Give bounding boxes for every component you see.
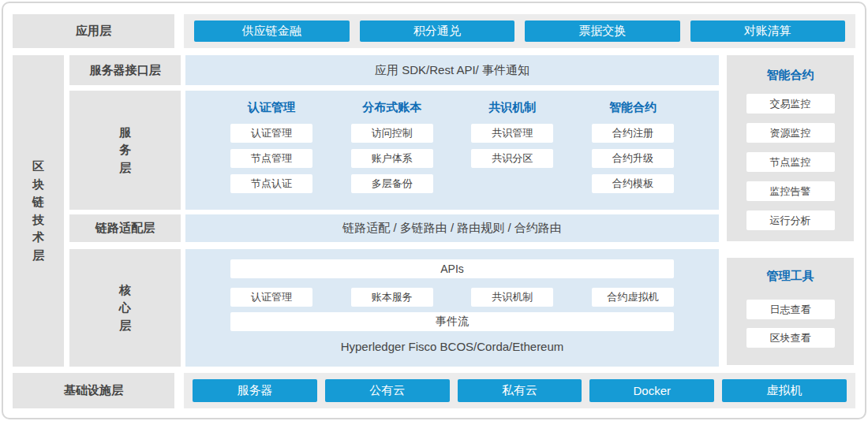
server-interface-panel: 应用 SDK/Rest API/ 事件通知 bbox=[185, 55, 719, 85]
right-side-column: 智能合约 交易监控 资源监控 节点监控 监控告警 运行分析 管理工具 日志查看 … bbox=[727, 55, 854, 367]
service-layer-label: 服务层 bbox=[69, 91, 181, 210]
service-node: 合约升级 bbox=[592, 149, 674, 168]
service-node: 共识管理 bbox=[471, 124, 553, 143]
service-node: 合约注册 bbox=[592, 124, 674, 143]
service-column-ledger: 访问控制 账户体系 多层备份 bbox=[351, 124, 433, 193]
service-column-headers: 认证管理 分布式账本 共识机制 智能合约 bbox=[230, 100, 674, 115]
app-button-reconciliation[interactable]: 对账清算 bbox=[690, 20, 846, 42]
core-layer-label: 核心层 bbox=[69, 249, 181, 367]
event-stream-bar: 事件流 bbox=[230, 312, 674, 331]
service-layer-text: 服务层 bbox=[119, 124, 131, 177]
app-button-supply-chain-finance[interactable]: 供应链金融 bbox=[194, 20, 350, 42]
management-tools-panel: 管理工具 日志查看 区块查看 bbox=[727, 258, 854, 365]
service-layer-panel: 认证管理 分布式账本 共识机制 智能合约 认证管理 节点管理 节点认证 访问控制… bbox=[185, 91, 719, 210]
service-node: 认证管理 bbox=[230, 124, 312, 143]
monitoring-panel: 智能合约 交易监控 资源监控 节点监控 监控告警 运行分析 bbox=[727, 55, 854, 241]
link-adapter-text: 链路适配 / 多链路由 / 路由规则 / 合约路由 bbox=[342, 221, 562, 236]
infrastructure-button-strip: 服务器 公有云 私有云 Docker 虚拟机 bbox=[184, 373, 855, 408]
core-module-contract-vm: 合约虚拟机 bbox=[592, 288, 674, 307]
application-layer-row: 应用层 供应链金融 积分通兑 票据交换 对账清算 bbox=[13, 14, 855, 48]
service-columns: 认证管理 节点管理 节点认证 访问控制 账户体系 多层备份 共识管理 共识分区 bbox=[230, 124, 674, 193]
core-module-ledger-service: 账本服务 bbox=[351, 288, 433, 307]
core-module-consensus: 共识机制 bbox=[471, 288, 553, 307]
service-node: 合约模板 bbox=[592, 174, 674, 193]
service-node: 多层备份 bbox=[351, 174, 433, 193]
monitor-node-peer: 节点监控 bbox=[746, 152, 835, 172]
app-button-bill-exchange[interactable]: 票据交换 bbox=[525, 20, 680, 42]
core-layer-text: 核心层 bbox=[119, 281, 131, 335]
core-module-auth: 认证管理 bbox=[230, 288, 312, 307]
server-interface-layer-label: 服务器接口层 bbox=[69, 55, 181, 85]
service-header-consensus: 共识机制 bbox=[471, 100, 553, 115]
service-column-consensus: 共识管理 共识分区 bbox=[471, 124, 553, 193]
link-adapter-layer-label: 链路适配层 bbox=[69, 214, 181, 242]
service-node: 共识分区 bbox=[471, 149, 553, 168]
service-column-auth: 认证管理 节点管理 节点认证 bbox=[230, 124, 312, 193]
blockchain-technology-layer-text: 区块链技术层 bbox=[32, 158, 44, 264]
tool-node-block-view: 区块查看 bbox=[746, 328, 835, 348]
management-tools-header: 管理工具 bbox=[727, 269, 854, 284]
layer-labels-column: 服务器接口层 服务层 链路适配层 核心层 bbox=[69, 55, 181, 367]
core-modules-row: 认证管理 账本服务 共识机制 合约虚拟机 bbox=[230, 288, 674, 307]
service-node: 访问控制 bbox=[351, 124, 433, 143]
service-header-smart-contract: 智能合约 bbox=[592, 100, 674, 115]
apis-bar: APIs bbox=[230, 259, 674, 278]
service-node: 节点管理 bbox=[230, 149, 312, 168]
app-button-points-exchange[interactable]: 积分通兑 bbox=[360, 20, 515, 42]
blockchain-technology-layer-label: 区块链技术层 bbox=[13, 55, 64, 367]
service-header-ledger: 分布式账本 bbox=[351, 100, 433, 115]
infrastructure-layer-row: 基础设施层 服务器 公有云 私有云 Docker 虚拟机 bbox=[13, 373, 855, 408]
blockchain-technology-section: 区块链技术层 服务器接口层 服务层 链路适配层 核心层 应用 SDK/Rest … bbox=[13, 55, 855, 367]
sdk-api-text: 应用 SDK/Rest API/ 事件通知 bbox=[375, 63, 529, 78]
monitor-node-analysis: 运行分析 bbox=[746, 210, 835, 230]
infra-button-private-cloud[interactable]: 私有云 bbox=[458, 379, 582, 402]
service-node: 账户体系 bbox=[351, 149, 433, 168]
infrastructure-layer-label: 基础设施层 bbox=[13, 373, 174, 408]
infra-button-vm[interactable]: 虚拟机 bbox=[722, 379, 847, 402]
application-button-strip: 供应链金融 积分通兑 票据交换 对账清算 bbox=[184, 14, 855, 48]
infra-button-server[interactable]: 服务器 bbox=[193, 379, 317, 402]
layer-content-column: 应用 SDK/Rest API/ 事件通知 认证管理 分布式账本 共识机制 智能… bbox=[185, 55, 719, 367]
service-node: 节点认证 bbox=[230, 174, 312, 193]
service-header-auth: 认证管理 bbox=[230, 100, 312, 115]
monitor-node-resource: 资源监控 bbox=[746, 123, 835, 143]
monitor-node-transaction: 交易监控 bbox=[746, 94, 835, 114]
core-layer-panel: APIs 认证管理 账本服务 共识机制 合约虚拟机 事件流 Hyperledge… bbox=[185, 249, 719, 367]
infra-button-public-cloud[interactable]: 公有云 bbox=[325, 379, 450, 402]
service-column-smart-contract: 合约注册 合约升级 合约模板 bbox=[592, 124, 674, 193]
link-adapter-panel: 链路适配 / 多链路由 / 路由规则 / 合约路由 bbox=[185, 214, 719, 242]
architecture-diagram-card: 应用层 供应链金融 积分通兑 票据交换 对账清算 区块链技术层 服务器接口层 服… bbox=[2, 2, 866, 419]
monitor-node-alert: 监控告警 bbox=[746, 181, 835, 201]
tool-node-log-view: 日志查看 bbox=[746, 300, 835, 319]
infra-button-docker[interactable]: Docker bbox=[589, 379, 714, 402]
blockchain-platforms-text: Hyperledger Fisco BCOS/Corda/Ethereum bbox=[230, 340, 674, 353]
monitoring-panel-header: 智能合约 bbox=[727, 68, 854, 83]
application-layer-label: 应用层 bbox=[13, 14, 174, 48]
